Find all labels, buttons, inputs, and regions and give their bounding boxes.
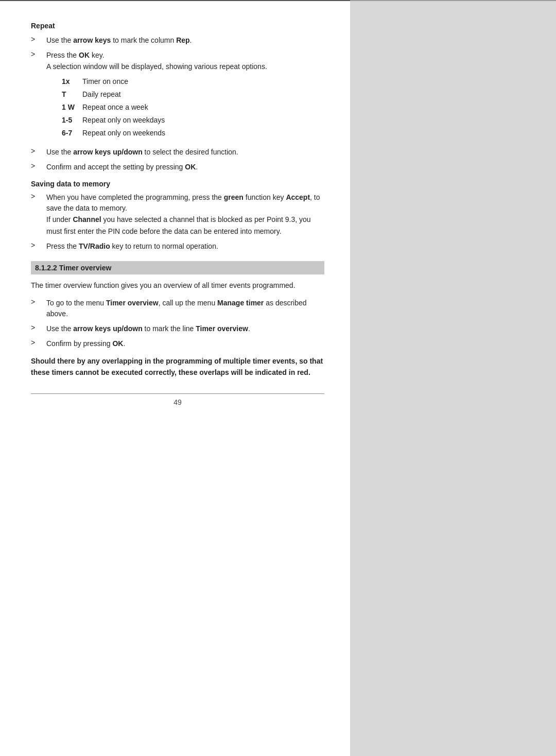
saving-heading: Saving data to memory [31,180,324,188]
list-item: > Confirm and accept the setting by pres… [31,162,324,173]
bold-text: OK [185,163,196,171]
timer-overview-instructions: > To go to the menu Timer overview, call… [31,298,324,349]
arrow-marker: > [31,35,46,43]
option-desc: Daily repeat [82,89,121,100]
bold-text: OK [112,339,123,348]
list-item: > Press the TV/Radio key to return to no… [31,241,324,252]
arrow-marker: > [31,50,46,58]
page-footer: 49 [31,393,324,406]
repeat-section: Repeat > Use the arrow keys to mark the … [31,22,324,173]
instruction-text: Use the arrow keys up/down to mark the l… [46,323,324,334]
bold-text: OK [79,51,90,59]
arrow-marker: > [31,323,46,332]
bold-text: Manage timer [217,299,264,307]
saving-section: Saving data to memory > When you have co… [31,180,324,252]
list-item: > Use the arrow keys up/down to mark the… [31,323,324,334]
option-key: 1-5 [62,115,82,126]
warning-text: Should there by any overlapping in the p… [31,355,324,379]
timer-overview-section: 8.1.2.2 Timer overview The timer overvie… [31,261,324,378]
bold-text: Accept [286,193,310,201]
arrow-marker: > [31,298,46,306]
saving-instructions: > When you have completed the programmin… [31,192,324,252]
option-row: 1x Timer on once [62,76,324,87]
instruction-text: Use the arrow keys up/down to select the… [46,147,324,158]
bold-text: arrow keys up/down [73,148,143,156]
arrow-marker: > [31,162,46,170]
list-item: > Press the OK key. A selection window w… [31,50,324,143]
page-number: 49 [173,398,182,406]
options-table: 1x Timer on once T Daily repeat 1 W Repe… [62,76,324,139]
list-item: > When you have completed the programmin… [31,192,324,237]
list-item: > Use the arrow keys to mark the column … [31,35,324,46]
instruction-text: Press the OK key. A selection window wil… [46,50,324,143]
option-desc: Repeat once a week [82,102,148,113]
option-desc: Timer on once [82,76,128,87]
bold-text: Timer overview [106,299,159,307]
bold-text: Rep [176,36,189,44]
repeat-heading: Repeat [31,22,324,30]
instruction-text: When you have completed the programming,… [46,192,324,237]
option-key: T [62,89,82,100]
arrow-marker: > [31,241,46,249]
option-row: 1 W Repeat once a week [62,102,324,113]
arrow-marker: > [31,338,46,347]
option-desc: Repeat only on weekends [82,128,165,139]
timer-overview-intro: The timer overview function gives you an… [31,280,324,291]
bold-text: arrow keys up/down [73,324,143,333]
list-item: > Confirm by pressing OK. [31,338,324,349]
option-key: 6-7 [62,128,82,139]
bold-text: TV/Radio [79,242,110,250]
instruction-text: Use the arrow keys to mark the column Re… [46,35,324,46]
instruction-text: Confirm by pressing OK. [46,338,324,349]
arrow-marker: > [31,147,46,155]
repeat-instructions: > Use the arrow keys to mark the column … [31,35,324,173]
bold-text: green [224,193,244,201]
subtext: A selection window will be displayed, sh… [46,62,267,71]
option-key: 1 W [62,102,82,113]
sidebar [350,0,556,756]
instruction-text: Confirm and accept the setting by pressi… [46,162,324,173]
option-row: 6-7 Repeat only on weekends [62,128,324,139]
instruction-text: To go to the menu Timer overview, call u… [46,298,324,319]
page-layout: Repeat > Use the arrow keys to mark the … [0,0,556,756]
bold-text: Channel [73,215,101,224]
option-desc: Repeat only on weekdays [82,115,165,126]
timer-overview-heading: 8.1.2.2 Timer overview [31,261,324,274]
subtext: If under Channel you have selected a cha… [46,215,311,235]
arrow-marker: > [31,192,46,200]
main-content: Repeat > Use the arrow keys to mark the … [0,0,350,756]
option-row: 1-5 Repeat only on weekdays [62,115,324,126]
bold-text: arrow keys [73,36,111,44]
instruction-text: Press the TV/Radio key to return to norm… [46,241,324,252]
bold-text: Timer overview [196,324,248,333]
option-key: 1x [62,76,82,87]
option-row: T Daily repeat [62,89,324,100]
list-item: > Use the arrow keys up/down to select t… [31,147,324,158]
list-item: > To go to the menu Timer overview, call… [31,298,324,319]
